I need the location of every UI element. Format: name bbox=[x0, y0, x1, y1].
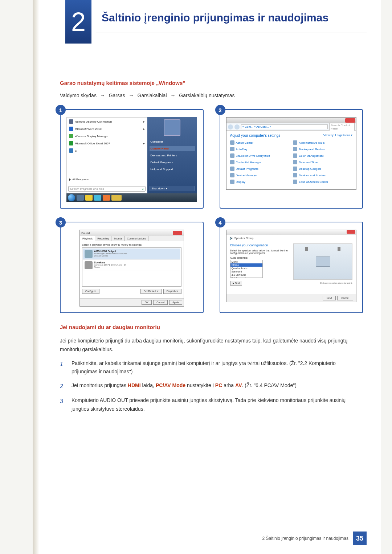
ok-button[interactable]: OK bbox=[142, 300, 152, 305]
device-list: AMD HDMI Output AMD High Definition Audi… bbox=[82, 247, 181, 287]
tab-sounds[interactable]: Sounds bbox=[111, 236, 125, 241]
properties-button[interactable]: Properties bbox=[163, 289, 181, 294]
menu-item[interactable]: S bbox=[68, 148, 146, 153]
device-speakers[interactable]: Speakers Conexant 20671 SmartAudio HD Re… bbox=[83, 260, 180, 271]
menu-item[interactable]: Remote Desktop Connection▸ bbox=[68, 119, 146, 124]
breadcrumb[interactable]: « Cont... » All Cont... » bbox=[241, 124, 328, 129]
search-input[interactable]: Search Control Panel bbox=[329, 123, 355, 131]
samsung-icon bbox=[69, 148, 73, 153]
step-badge: 2 bbox=[215, 105, 225, 115]
menu-item[interactable]: Microsoft Office Excel 2007▸ bbox=[68, 141, 146, 146]
menu-item[interactable]: Help and Support bbox=[150, 167, 195, 172]
search-input[interactable]: Search programs and files⌕ bbox=[68, 186, 146, 192]
dialog-instruction: Select a playback device below to modify… bbox=[82, 243, 181, 246]
view-by-dropdown[interactable]: View by: Large icons ▾ bbox=[323, 134, 352, 138]
shut-down-button[interactable]: Shut down▸ bbox=[150, 186, 195, 191]
cancel-button[interactable]: Cancel bbox=[337, 296, 353, 300]
control-panel-item[interactable]: Default Programs bbox=[230, 167, 290, 171]
channel-option[interactable]: Mono bbox=[230, 260, 262, 263]
cp-item-icon bbox=[293, 147, 297, 151]
taskbar-button[interactable] bbox=[94, 195, 101, 201]
dialog-title: Sound bbox=[81, 231, 90, 235]
device-hdmi[interactable]: AMD HDMI Output AMD High Definition Audi… bbox=[83, 249, 180, 260]
menu-item[interactable]: Computer bbox=[150, 139, 195, 144]
screenshot-control-panel: 2 « Cont... » All Cont... » Search Contr… bbox=[220, 109, 363, 209]
play-icon bbox=[233, 282, 234, 284]
control-panel-item[interactable]: Display bbox=[230, 180, 290, 184]
step-item: 2 Jei monitorius prijungtas HDMI laidą, … bbox=[60, 381, 363, 391]
chapter-number-badge: 2 bbox=[65, 0, 91, 44]
back-button[interactable] bbox=[228, 124, 233, 130]
cp-item-icon bbox=[230, 160, 234, 164]
speaker-preview-icon[interactable] bbox=[305, 247, 308, 251]
taskbar-button[interactable] bbox=[85, 195, 93, 201]
menu-item[interactable]: Microsoft Word 2010▸ bbox=[68, 126, 146, 131]
close-icon[interactable] bbox=[347, 230, 355, 234]
next-button[interactable]: Next bbox=[323, 296, 336, 300]
menu-item[interactable]: Default Programs bbox=[150, 160, 195, 165]
excel-icon bbox=[69, 141, 73, 145]
cp-item-icon bbox=[293, 167, 297, 171]
path-step: Garsiakalbiai bbox=[138, 93, 167, 98]
test-button[interactable]: Test bbox=[230, 281, 242, 286]
all-programs[interactable]: All Programs bbox=[68, 176, 146, 182]
control-panel-item[interactable]: Desktop Gadgets bbox=[293, 167, 352, 171]
start-button[interactable] bbox=[68, 194, 75, 201]
close-icon[interactable] bbox=[345, 118, 355, 123]
control-panel-item[interactable]: Action Center bbox=[230, 140, 290, 145]
control-panel-item[interactable]: Date and Time bbox=[293, 160, 352, 164]
taskbar-button[interactable] bbox=[103, 195, 110, 201]
taskbar-button[interactable] bbox=[77, 195, 84, 201]
path-step: Garsas bbox=[109, 93, 125, 98]
chapter-title: Šaltinio įrenginio prijungimas ir naudoj… bbox=[102, 12, 328, 24]
speaker-preview-icon[interactable] bbox=[338, 247, 340, 251]
cancel-button[interactable]: Cancel bbox=[153, 300, 168, 305]
menu-item-control-panel[interactable]: Control Panel bbox=[150, 146, 195, 151]
control-panel-item[interactable]: BitLocker Drive Encryption bbox=[230, 153, 290, 158]
app-icon bbox=[69, 119, 73, 124]
step-badge: 4 bbox=[215, 217, 225, 227]
tab-recording[interactable]: Recording bbox=[95, 236, 111, 241]
control-panel-item[interactable]: Devices and Printers bbox=[293, 173, 352, 177]
tab-communications[interactable]: Communications bbox=[124, 236, 148, 241]
cp-item-icon bbox=[293, 153, 297, 158]
step-number: 2 bbox=[60, 381, 66, 391]
taskbar bbox=[66, 193, 197, 202]
configure-button[interactable]: Configure bbox=[82, 289, 99, 294]
step-number: 1 bbox=[60, 359, 66, 377]
channels-listbox[interactable]: MonoStereoQuadraphonicSurround3.1 Surrou… bbox=[230, 260, 263, 278]
cp-item-icon bbox=[293, 140, 297, 145]
step-text: Kompiuterio AUDIO OUT prievade prijunkit… bbox=[72, 396, 363, 414]
apply-button[interactable]: Apply bbox=[169, 300, 182, 305]
channel-option[interactable]: Surround bbox=[230, 270, 262, 273]
device-icon bbox=[85, 250, 93, 258]
channel-option[interactable]: Stereo bbox=[230, 263, 262, 267]
channel-option[interactable]: 3.1 Surround bbox=[230, 273, 262, 276]
control-panel-item[interactable]: Color Management bbox=[293, 153, 352, 158]
menu-item[interactable]: Wireless Display Manager bbox=[68, 134, 146, 139]
channel-option[interactable]: 5.1 Surround bbox=[230, 276, 262, 278]
forward-button[interactable] bbox=[234, 124, 240, 130]
control-panel-item[interactable]: Device Manager bbox=[230, 173, 290, 177]
chevron-right-icon bbox=[69, 178, 71, 181]
control-panel-item[interactable]: Backup and Restore bbox=[293, 147, 352, 151]
channel-option[interactable]: Quadraphonic bbox=[230, 267, 262, 270]
taskbar-button[interactable] bbox=[111, 195, 122, 201]
control-panel-item[interactable]: Ease of Access Center bbox=[293, 180, 352, 184]
control-panel-item[interactable]: Administrative Tools bbox=[293, 140, 352, 145]
word-icon bbox=[69, 127, 73, 131]
user-avatar[interactable] bbox=[164, 119, 180, 136]
control-panel-item[interactable]: AutoPlay bbox=[230, 147, 290, 151]
cp-item-icon bbox=[293, 160, 297, 164]
menu-item[interactable]: Devices and Printers bbox=[150, 153, 195, 158]
control-panel-items: Action CenterAdministrative ToolsAutoPla… bbox=[230, 140, 353, 184]
speaker-icon: 🔊 bbox=[229, 237, 233, 240]
step-badge: 1 bbox=[56, 105, 66, 115]
set-default-button[interactable]: Set Default ▾ bbox=[140, 289, 162, 294]
navigation-path: Valdymo skydas → Garsas → Garsiakalbiai … bbox=[60, 93, 363, 98]
section-heading-audio: Garso nustatymų keitimas sistemoje „Wind… bbox=[60, 80, 363, 86]
control-panel-item[interactable]: Credential Manager bbox=[230, 160, 290, 164]
tab-playback[interactable]: Playback bbox=[80, 236, 95, 241]
speaker-icon bbox=[85, 261, 93, 269]
close-icon[interactable] bbox=[173, 231, 182, 235]
